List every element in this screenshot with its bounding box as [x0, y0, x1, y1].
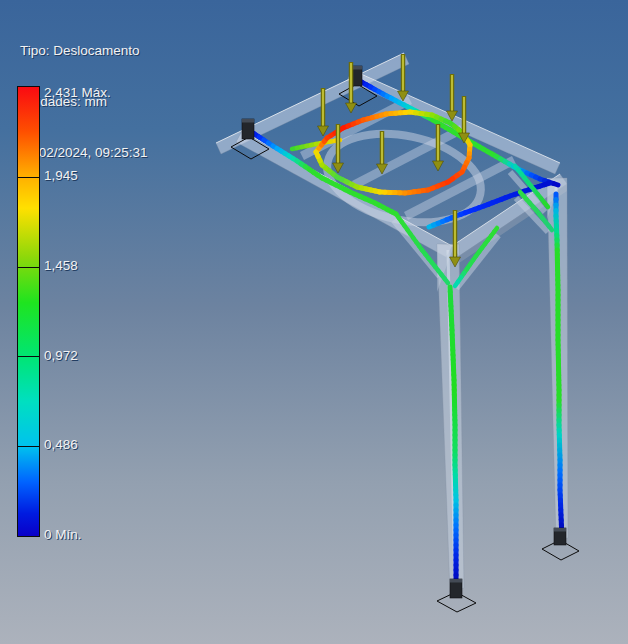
legend-tick-label: 1,945 [44, 168, 78, 183]
fixture-cube-top [450, 579, 462, 583]
frame-cross-rail [404, 156, 516, 220]
simulation-viewport[interactable]: Tipo: Deslocamento Unidades: mm 02/02/20… [0, 0, 628, 644]
legend-separator [18, 356, 39, 357]
arrow-head [346, 103, 357, 113]
arrow-head [333, 163, 344, 173]
arrow-head [433, 161, 444, 171]
legend-separator [18, 267, 39, 268]
legend-separator [18, 446, 39, 447]
support-foot-near[interactable] [437, 579, 476, 612]
legend-max-label: 2,431 Máx. [44, 85, 111, 100]
legend-tick-label: 1,458 [44, 258, 78, 273]
fixture-cube-top [242, 119, 254, 123]
legend-tick-label: 0,486 [44, 437, 78, 452]
support-foot-far[interactable] [542, 528, 579, 560]
undeformed-frame [216, 53, 568, 592]
plot-type-label: Tipo: Deslocamento [20, 42, 148, 59]
legend-min-label: 0 Mín. [44, 527, 82, 542]
fixture-cube-top [554, 528, 566, 532]
arrow-head [318, 126, 329, 136]
legend-separator [18, 177, 39, 178]
load-arrow[interactable] [447, 74, 458, 121]
legend-gradient-bar [17, 86, 40, 537]
legend-tick-label: 0,972 [44, 348, 78, 363]
